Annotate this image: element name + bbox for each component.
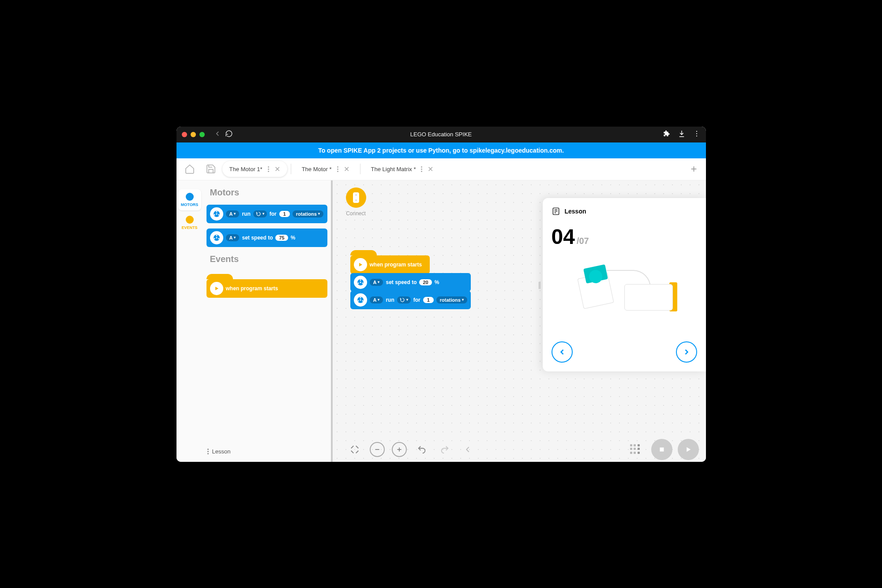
lesson-panel: ‖ Lesson 04 /07 bbox=[543, 198, 706, 371]
save-button[interactable] bbox=[201, 159, 221, 179]
tab-close-button[interactable]: ✕ bbox=[428, 165, 433, 173]
svg-point-7 bbox=[216, 213, 217, 214]
svg-point-25 bbox=[360, 299, 361, 300]
category-events[interactable]: EVENTS bbox=[178, 212, 201, 233]
tab-close-button[interactable]: ✕ bbox=[274, 165, 280, 173]
tab-1[interactable]: The Motor *✕ bbox=[295, 161, 357, 177]
event-block[interactable]: when program starts bbox=[206, 279, 327, 298]
unit-dropdown[interactable]: rotations bbox=[293, 210, 323, 217]
zoom-out-button[interactable] bbox=[370, 442, 385, 457]
event-block[interactable]: when program starts bbox=[350, 255, 430, 274]
svg-point-17 bbox=[360, 279, 361, 281]
fit-view-button[interactable] bbox=[347, 442, 363, 457]
lesson-step-current: 04 bbox=[552, 225, 575, 249]
lesson-toggle[interactable]: Lesson bbox=[207, 448, 231, 455]
number-input[interactable]: 20 bbox=[419, 279, 432, 285]
lesson-header-text: Lesson bbox=[565, 208, 586, 215]
svg-point-5 bbox=[214, 214, 215, 215]
direction-dropdown[interactable] bbox=[397, 296, 411, 303]
svg-point-0 bbox=[696, 131, 697, 131]
category-motors[interactable]: MOTORS bbox=[178, 189, 201, 210]
tab-menu-icon[interactable] bbox=[421, 166, 422, 172]
lesson-step-total: /07 bbox=[577, 236, 589, 246]
toolbar: The Motor 1*✕The Motor *✕The Light Matri… bbox=[176, 158, 706, 180]
canvas[interactable]: Connect when program startsAset speed to… bbox=[331, 180, 706, 462]
number-input[interactable]: 1 bbox=[423, 297, 434, 303]
motor-block[interactable]: Aset speed to20% bbox=[350, 273, 471, 292]
stop-button[interactable] bbox=[651, 439, 672, 460]
category-rail: MOTORSEVENTS bbox=[176, 180, 203, 462]
palette-section-header: Motors bbox=[206, 186, 327, 199]
block-stack[interactable]: when program startsAset speed to20%Arunf… bbox=[350, 255, 471, 308]
motor-icon bbox=[210, 207, 223, 221]
motor-icon bbox=[354, 276, 367, 289]
main-area: MOTORSEVENTS MotorsArunfor1rotationsAset… bbox=[176, 180, 706, 462]
close-window-button[interactable] bbox=[182, 132, 187, 137]
panel-drag-handle[interactable]: ‖ bbox=[537, 276, 543, 293]
more-menu-icon[interactable] bbox=[693, 130, 701, 139]
number-input[interactable]: 75 bbox=[275, 235, 288, 241]
svg-point-14 bbox=[355, 194, 357, 196]
traffic-lights bbox=[182, 132, 205, 137]
svg-point-10 bbox=[214, 238, 215, 239]
play-button[interactable] bbox=[678, 439, 699, 460]
svg-point-22 bbox=[360, 297, 361, 298]
motor-icon bbox=[210, 231, 223, 244]
svg-point-2 bbox=[696, 135, 697, 136]
tab-close-button[interactable]: ✕ bbox=[344, 165, 349, 173]
motor-block[interactable]: Aset speed to75% bbox=[206, 228, 327, 247]
collapse-button[interactable] bbox=[460, 442, 476, 457]
svg-point-12 bbox=[216, 237, 217, 238]
connect-button[interactable]: Connect bbox=[346, 187, 366, 217]
extension-icon[interactable] bbox=[663, 130, 671, 139]
port-dropdown[interactable]: A bbox=[226, 210, 240, 217]
redo-button[interactable] bbox=[437, 442, 453, 457]
block-palette: MotorsArunfor1rotationsAset speed to75%E… bbox=[203, 180, 331, 462]
tab-label: The Motor 1* bbox=[229, 166, 263, 172]
info-banner: To open SPIKE App 2 projects or use Pyth… bbox=[176, 142, 706, 158]
number-input[interactable]: 1 bbox=[279, 211, 290, 217]
zoom-in-button[interactable] bbox=[392, 442, 407, 457]
svg-point-19 bbox=[362, 282, 363, 284]
motor-block[interactable]: Arunfor1rotations bbox=[350, 291, 471, 309]
play-icon bbox=[210, 282, 223, 295]
undo-button[interactable] bbox=[414, 442, 430, 457]
port-dropdown[interactable]: A bbox=[370, 296, 383, 303]
download-icon[interactable] bbox=[678, 130, 686, 139]
port-dropdown[interactable]: A bbox=[370, 279, 383, 286]
tab-menu-icon[interactable] bbox=[268, 166, 269, 172]
canvas-bottom-bar bbox=[333, 437, 706, 462]
lesson-prev-button[interactable] bbox=[552, 341, 573, 363]
port-dropdown[interactable]: A bbox=[226, 234, 240, 241]
svg-point-6 bbox=[218, 214, 219, 215]
tab-label: The Motor * bbox=[302, 166, 332, 172]
svg-rect-33 bbox=[660, 447, 664, 451]
unit-dropdown[interactable]: rotations bbox=[436, 296, 467, 303]
app-window: LEGO Education SPIKE To open SPIKE App 2… bbox=[176, 127, 706, 462]
add-tab-button[interactable]: + bbox=[685, 163, 702, 175]
motor-icon bbox=[354, 293, 367, 307]
back-button[interactable] bbox=[214, 130, 221, 139]
svg-point-20 bbox=[360, 281, 361, 283]
lesson-icon bbox=[552, 207, 560, 216]
svg-point-15 bbox=[355, 199, 357, 201]
lesson-next-button[interactable] bbox=[676, 341, 697, 363]
svg-rect-13 bbox=[353, 192, 359, 203]
tab-2[interactable]: The Light Matrix *✕ bbox=[364, 161, 441, 177]
maximize-window-button[interactable] bbox=[199, 132, 205, 137]
home-button[interactable] bbox=[180, 159, 199, 179]
svg-point-1 bbox=[696, 133, 697, 134]
motor-block[interactable]: Arunfor1rotations bbox=[206, 205, 327, 223]
tab-menu-icon[interactable] bbox=[337, 166, 338, 172]
tab-0[interactable]: The Motor 1*✕ bbox=[222, 161, 287, 177]
tab-label: The Light Matrix * bbox=[371, 166, 416, 172]
titlebar: LEGO Education SPIKE bbox=[176, 127, 706, 142]
grid-toggle-button[interactable] bbox=[630, 444, 641, 455]
svg-point-18 bbox=[357, 282, 359, 284]
window-title: LEGO Education SPIKE bbox=[410, 131, 472, 138]
reload-button[interactable] bbox=[225, 130, 233, 139]
connect-label: Connect bbox=[346, 210, 366, 217]
direction-dropdown[interactable] bbox=[253, 210, 267, 217]
minimize-window-button[interactable] bbox=[191, 132, 196, 137]
play-icon bbox=[354, 258, 367, 271]
